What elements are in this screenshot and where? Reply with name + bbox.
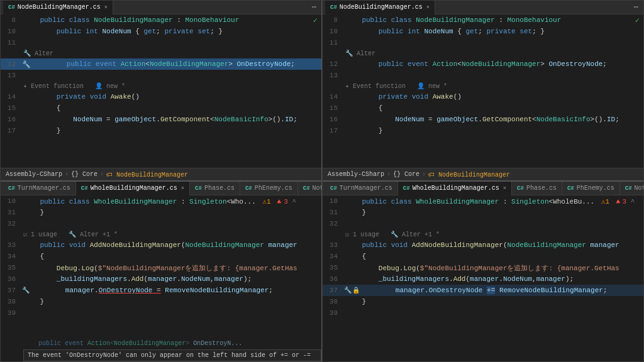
right-upper-tabbar: C# NodeBuildingManager.cs × ⋯ [323, 1, 643, 14]
lower-line-32-left: 32 [1, 218, 321, 229]
lower-line-34-right: 34 { [323, 251, 643, 262]
lower-line-37-left: 37 🔧 manager.OnDestroyNode = RemoveNodeB… [1, 285, 321, 296]
tab-close-whole-right[interactable]: × [503, 185, 506, 192]
tab-close-whole-left[interactable]: × [181, 185, 184, 192]
right-lower-editor: C# TurnManager.cs C# WholeBuildingManage… [323, 182, 643, 361]
check-icon-left: ✓ [313, 16, 321, 25]
breadcrumb-right-upper: Assembly-CSharp › {} Core › 🏷 NodeBuildi… [323, 168, 643, 180]
info-usage-right: ☑ 1 usage 🔧 Alter +1 * [323, 229, 643, 239]
lower-line-36-left: 36 _buildingManagers.Add(manager.NodeNum… [1, 273, 321, 285]
cs-icon-phase-r: C# [517, 185, 524, 192]
tab-close-right[interactable]: × [426, 4, 430, 11]
tab-wholebuildingmanager-left[interactable]: C# WholeBuildingManager.cs × [76, 182, 190, 195]
warning-badge-right: ⚠️1 [601, 198, 609, 206]
tab-notosans-right[interactable]: C# NotoSansJP-B... [620, 182, 644, 195]
left-upper-editor: C# NodeBuildingManager.cs × ⋯ 8 public c… [1, 1, 321, 182]
code-line-13-left: 13 [1, 70, 321, 81]
left-panel: C# NodeBuildingManager.cs × ⋯ 8 public c… [0, 0, 322, 362]
code-line-17-left: 17 } [1, 125, 321, 136]
code-line-8-left: 8 public class NodeBuildingManager : Mon… [1, 14, 321, 26]
code-line-16-right: 16 NodeNum = gameObject.GetComponent<Nod… [323, 114, 643, 125]
cs-icon-turn: C# [8, 185, 15, 192]
info-eventfunc-right: ✦ Event function 👤 new * [323, 81, 643, 91]
code-line-14-right: 14 private void Awake() [323, 91, 643, 102]
tab-nodebuildingmanager-right[interactable]: C# NodeBuildingManager.cs × [325, 1, 435, 14]
code-line-10-right: 10 public int NodeNum { get; private set… [323, 26, 643, 37]
code-line-16-left: 16 NodeNum = gameObject.GetComponent<Nod… [1, 114, 321, 125]
lower-line-31-right: 31 } [323, 207, 643, 218]
lower-line-34-left: 34 { [1, 251, 321, 262]
lower-line-36-right: 36 _buildingManagers.Add(manager.NodeNum… [323, 273, 643, 285]
tab-more-right[interactable]: ⋯ [631, 3, 641, 12]
check-icon-right: ✓ [635, 16, 643, 25]
wrench-icon-lower-left: 🔧 [21, 287, 30, 294]
code-line-11-right: 11 [323, 37, 643, 48]
cs-icon-noto-r: C# [625, 185, 632, 192]
cs-icon-whole: C# [81, 185, 88, 192]
code-line-15-right: 15 { [323, 102, 643, 114]
info-eventfunc-left: ✦ Event function 👤 new * [1, 81, 321, 91]
code-line-13-right: 13 [323, 70, 643, 81]
lower-line-35-left: 35 Debug.Log($"NodeBuildingManagerを追加します… [1, 262, 321, 273]
tab-more-left[interactable]: ⋯ [309, 3, 319, 12]
lower-line-39-right: 39 [323, 307, 643, 319]
code-line-12-left: 12 🔧 public event Action<NodeBuildingMan… [1, 58, 321, 70]
error-badge-right: 🔺3 [614, 198, 627, 206]
info-alter-right: 🔧 Alter [323, 48, 643, 58]
tab-notosans-left[interactable]: C# NotoSansJP-B... [298, 182, 322, 195]
code-line-11-left: 11 [1, 37, 321, 48]
lower-line-32-right: 32 [323, 218, 643, 229]
cs-icon-phenemy: C# [245, 185, 252, 192]
lower-line-31-left: 31 } [1, 207, 321, 218]
lock-icon-lower-right: 🔒 [352, 287, 360, 294]
tab-turnmanager-left[interactable]: C# TurnManager.cs [3, 182, 76, 195]
info-alter-left: 🔧 Alter [1, 48, 321, 58]
lower-line-37-right: 37 🔧 🔒 manager.OnDestroyNode += RemoveNo… [323, 285, 643, 296]
tab-phase-left[interactable]: C# Phase.cs [190, 182, 240, 195]
cs-icon-noto: C# [303, 185, 310, 192]
tab-turnmanager-right[interactable]: C# TurnManager.cs [325, 182, 398, 195]
left-upper-code: 8 public class NodeBuildingManager : Mon… [1, 14, 321, 180]
code-line-10-left: 10 public int NodeNum { get; private set… [1, 26, 321, 37]
error-tooltip-left: The event 'OnDestroyNode' can only appea… [23, 349, 321, 361]
cs-icon-phenemy-r: C# [567, 185, 574, 192]
main-container: C# NodeBuildingManager.cs × ⋯ 8 public c… [0, 0, 644, 362]
cs-icon-phase: C# [195, 185, 202, 192]
tab-phenemy-right[interactable]: C# PhEnemy.cs [562, 182, 620, 195]
code-line-8-right: 8 public class NodeBuildingManager : Mon… [323, 14, 643, 26]
right-upper-editor: C# NodeBuildingManager.cs × ⋯ 8 public c… [323, 1, 643, 182]
cs-icon-whole-r: C# [403, 185, 410, 192]
lower-line-35-right: 35 Debug.Log($"NodeBuildingManagerを追加します… [323, 262, 643, 273]
code-line-14-left: 14 private void Awake() [1, 91, 321, 102]
tab-phenemy-left[interactable]: C# PhEnemy.cs [240, 182, 298, 195]
left-lower-lines: 10 public class WholeBuildingManager : S… [1, 195, 321, 319]
tab-wholebuildingmanager-right[interactable]: C# WholeBuildingManager.cs × [398, 182, 512, 195]
lower-line-33-left: 33 public void AddNodeBuildingManager(No… [1, 239, 321, 251]
lower-line-10-left: 10 public class WholeBuildingManager : S… [1, 195, 321, 207]
breadcrumb-left-upper: Assembly-CSharp › {} Core › 🏷 NodeBuildi… [1, 168, 321, 180]
tab-nodebuildingmanager-left[interactable]: C# NodeBuildingManager.cs × [3, 1, 113, 14]
left-lower-editor: C# TurnManager.cs C# WholeBuildingManage… [1, 182, 321, 361]
left-lower-code: 10 public class WholeBuildingManager : S… [1, 195, 321, 361]
cs-icon: C# [8, 4, 15, 11]
right-lower-tabbar: C# TurnManager.cs C# WholeBuildingManage… [323, 182, 643, 195]
right-upper-code: 8 public class NodeBuildingManager : Mon… [323, 14, 643, 180]
tab-phase-right[interactable]: C# Phase.cs [512, 182, 562, 195]
lower-line-10-right: 10 public class WholeBuildingManager : S… [323, 195, 643, 207]
right-lower-code: 10 public class WholeBuildingManager : S… [323, 195, 643, 361]
wrench-icon-left: 🔧 [21, 60, 31, 69]
right-panel: C# NodeBuildingManager.cs × ⋯ 8 public c… [322, 0, 644, 362]
lower-line-39-left: 39 [1, 307, 321, 319]
right-lower-lines: 10 public class WholeBuildingManager : S… [323, 195, 643, 319]
info-usage-left: ☑ 1 usage 🔧 Alter +1 * [1, 229, 321, 239]
code-line-15-left: 15 { [1, 102, 321, 114]
wrench-icon-lower-right: 🔧 [343, 287, 352, 294]
tab-close-left[interactable]: × [104, 4, 108, 11]
left-upper-lines: 8 public class NodeBuildingManager : Mon… [1, 14, 321, 136]
preview-destroynode-left: public event Action<NodeBuildingManager>… [1, 337, 321, 349]
warning-badge-left: ⚠️1 [262, 198, 270, 206]
cs-icon-right: C# [330, 4, 337, 11]
code-line-17-right: 17 } [323, 125, 643, 136]
lower-line-38-left: 38 } [1, 296, 321, 307]
lower-line-33-right: 33 public void AddNodeBuildingManager(No… [323, 239, 643, 251]
